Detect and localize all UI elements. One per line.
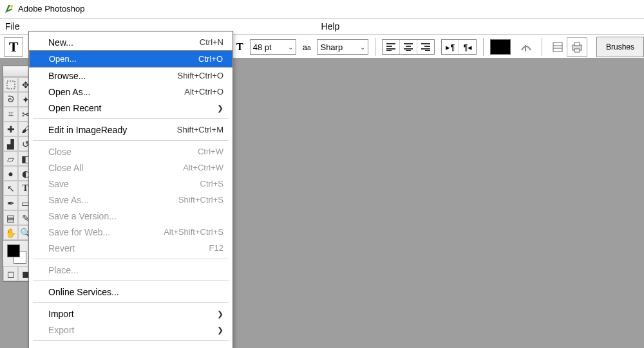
menu-item-shortcut: Shift+Ctrl+S [178,195,223,205]
menu-item-label: Import [48,309,217,319]
menu-item-automate[interactable]: Automate❯ [29,343,232,348]
menu-item-label: Revert [48,243,209,253]
menu-item-label: Save for Web... [48,227,164,237]
menu-item-revert: RevertF12 [29,240,232,256]
tool-hand[interactable]: ✋ [3,225,18,240]
menu-item-label: Edit in ImageReady [48,125,177,135]
menu-item-label: Save a Version... [48,211,223,221]
text-direction-group: ▸¶ ¶◂ [441,39,477,55]
tool-lasso[interactable]: ᘐ [3,92,18,107]
palettes-button[interactable] [549,38,567,56]
tool-notes[interactable]: ▤ [3,210,18,225]
svg-point-0 [10,5,13,8]
menu-item-close: CloseCtrl+W [29,143,232,160]
tool-blur[interactable]: ● [3,166,18,181]
menu-item-new[interactable]: New...Ctrl+N [29,34,232,50]
align-center-button[interactable] [400,40,417,54]
menu-item-browse[interactable]: Browse...Shift+Ctrl+O [29,68,232,84]
antialias-value: Sharp [320,42,343,52]
menu-item-open-as[interactable]: Open As...Alt+Ctrl+O [29,84,232,100]
menu-item-shortcut: Alt+Ctrl+O [184,87,223,96]
tool-crop[interactable]: ⌗ [3,107,18,122]
menu-item-label: Online Services... [48,287,223,297]
text-align-group [382,39,435,55]
menu-item-label: New... [48,37,200,48]
font-size-select[interactable]: 48 pt⌄ [250,39,296,55]
menu-item-import[interactable]: Import❯ [29,306,232,322]
menu-item-label: Close [48,147,198,157]
menu-item-save-a-version: Save a Version... [29,208,232,224]
menu-item-close-all: Close AllAlt+Ctrl+W [29,160,232,176]
tool-pen[interactable]: ✒ [3,196,18,210]
menu-item-label: Browse... [48,71,177,81]
menu-item-label: Save [48,179,200,189]
menu-item-export: Export❯ [29,322,232,338]
tool-heal[interactable]: ✚ [3,122,18,136]
submenu-arrow-icon: ❯ [217,104,223,113]
menu-item-shortcut: Alt+Shift+Ctrl+S [164,227,223,237]
menu-item-label: Open... [49,54,198,64]
tool-path[interactable]: ↖ [3,181,18,196]
menu-item-shortcut: Ctrl+N [200,37,223,47]
menu-item-online-services[interactable]: Online Services... [29,284,232,300]
foreground-swatch[interactable] [7,244,20,257]
menu-item-label: Open As... [48,87,184,97]
antialias-select[interactable]: Sharp⌄ [317,39,368,55]
svg-rect-1 [553,42,562,51]
svg-rect-5 [574,42,580,46]
ltr-button[interactable]: ▸¶ [442,40,459,54]
menu-item-save: SaveCtrl+S [29,176,232,192]
menu-item-label: Save As... [48,195,178,205]
separator [483,38,484,56]
menu-item-shortcut: Shift+Ctrl+O [177,71,223,80]
text-color-swatch[interactable] [490,39,511,55]
menu-item-shortcut: Alt+Ctrl+W [183,163,223,172]
titlebar: Adobe Photoshop [0,0,644,19]
align-right-button[interactable] [417,40,434,54]
antialias-icon: aa [303,42,311,52]
menu-item-place: Place... [29,262,232,278]
tool-stamp[interactable]: ▟ [3,136,18,151]
submenu-arrow-icon: ❯ [217,309,223,318]
separator [542,38,542,56]
window-title: Adobe Photoshop [18,0,84,18]
print-icon[interactable] [567,37,587,57]
brushes-tab-label: Brushes [606,42,634,51]
menu-item-shortcut: Ctrl+O [198,54,223,64]
separator [375,38,375,56]
menu-item-edit-in-imageready[interactable]: Edit in ImageReadyShift+Ctrl+M [29,122,232,138]
text-size-icon: T [236,41,243,53]
align-left-button[interactable] [383,40,400,54]
font-size-value: 48 pt [253,42,272,52]
tool-marquee[interactable] [3,77,18,92]
file-menu-dropdown: New...Ctrl+NOpen...Ctrl+OBrowse...Shift+… [28,31,233,348]
menu-item-label: Open Recent [48,103,217,113]
menu-file[interactable]: File [3,20,23,33]
menu-item-shortcut: F12 [209,243,223,253]
rtl-button[interactable]: ¶◂ [459,40,476,54]
submenu-arrow-icon: ❯ [217,325,223,334]
menu-item-shortcut: Ctrl+W [198,147,223,156]
tool-eraser[interactable]: ▱ [3,151,18,166]
menu-item-save-for-web: Save for Web...Alt+Shift+Ctrl+S [29,224,232,240]
svg-rect-7 [7,81,15,89]
svg-rect-6 [574,49,580,52]
menu-item-label: Export [48,325,217,335]
menu-item-save-as: Save As...Shift+Ctrl+S [29,192,232,208]
menu-item-label: Place... [48,265,223,275]
app-logo-icon [4,4,14,14]
menu-item-shortcut: Ctrl+S [200,179,223,188]
brushes-tab[interactable]: Brushes [596,37,644,57]
tool-preset-icon[interactable]: T [4,37,23,57]
menu-item-shortcut: Shift+Ctrl+M [177,125,223,134]
warp-text-button[interactable] [517,38,535,56]
tool-quickmask[interactable]: ◻ [3,266,18,281]
menu-item-open[interactable]: Open...Ctrl+O [29,50,232,68]
menu-help[interactable]: Help [319,20,343,33]
menu-item-label: Close All [48,163,183,173]
menu-item-open-recent[interactable]: Open Recent❯ [29,100,232,116]
